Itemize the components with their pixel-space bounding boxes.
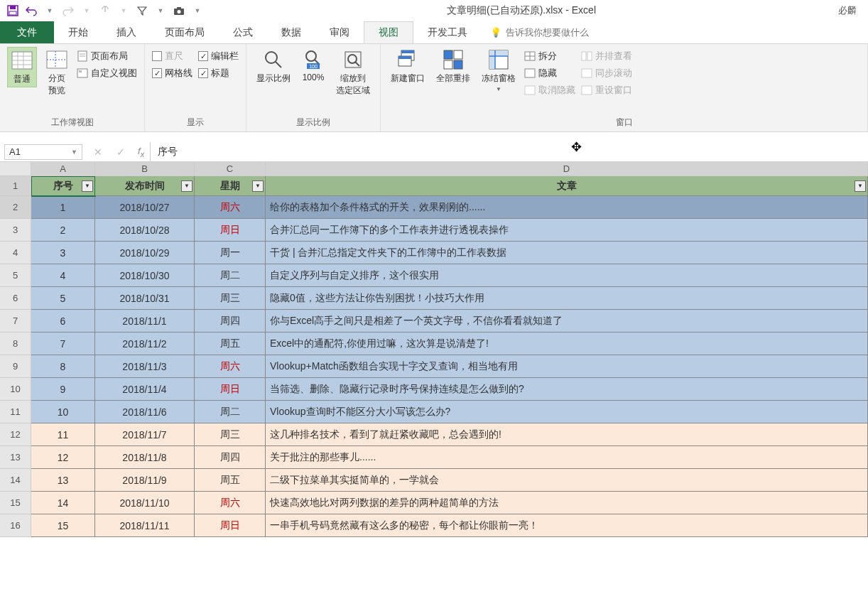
redo-dropdown-icon[interactable]: ▼: [80, 4, 94, 18]
camera-icon[interactable]: [172, 4, 186, 18]
tab-page-layout[interactable]: 页面布局: [151, 21, 219, 43]
cell[interactable]: 2: [31, 219, 95, 242]
cell[interactable]: 2018/10/29: [95, 242, 195, 264]
filter-button-B[interactable]: ▼: [181, 180, 192, 192]
name-box-dropdown-icon[interactable]: ▼: [71, 148, 77, 156]
cell[interactable]: 12: [31, 446, 95, 469]
col-header-D[interactable]: D: [266, 162, 868, 176]
filter-dropdown-icon[interactable]: ▼: [153, 4, 168, 18]
zoom-button[interactable]: 显示比例: [254, 47, 293, 86]
headings-checkbox[interactable]: 标题: [198, 67, 239, 80]
tab-insert[interactable]: 插入: [102, 21, 151, 43]
undo-icon[interactable]: [24, 4, 38, 18]
redo-icon[interactable]: [61, 4, 75, 18]
cell[interactable]: 2018/10/27: [95, 196, 195, 219]
col-header-A[interactable]: A: [31, 162, 95, 176]
row-header-15[interactable]: 15: [0, 492, 31, 514]
tab-review[interactable]: 审阅: [315, 21, 364, 43]
header-cell-article[interactable]: 文章▼: [266, 176, 868, 196]
row-header-16[interactable]: 16: [0, 514, 31, 537]
cell[interactable]: 周日: [195, 378, 266, 401]
tab-formulas[interactable]: 公式: [219, 21, 267, 43]
cell[interactable]: 2018/10/28: [95, 219, 195, 242]
cell[interactable]: 2018/11/2: [95, 333, 195, 355]
cell[interactable]: 3: [31, 242, 95, 264]
cell[interactable]: 4: [31, 264, 95, 287]
cell[interactable]: 周四: [195, 310, 266, 333]
row-header-5[interactable]: 5: [0, 264, 31, 287]
freeze-panes-button[interactable]: 冻结窗格 ▼: [479, 47, 519, 94]
cell[interactable]: 14: [31, 492, 95, 514]
cell[interactable]: 合并汇总同一工作簿下的多个工作表并进行透视表操作: [266, 219, 868, 242]
cell[interactable]: 15: [31, 514, 95, 537]
tab-view[interactable]: 视图: [364, 21, 413, 43]
cell[interactable]: Vlookup查询时不能区分大小写该怎么办?: [266, 401, 868, 423]
cell[interactable]: 周六: [195, 492, 266, 514]
zoom-100-button[interactable]: 100 100%: [299, 47, 327, 84]
row-header-11[interactable]: 11: [0, 401, 31, 423]
cell[interactable]: 你与Excel高手之间只是相差了一个英文字母，不信你看看就知道了: [266, 310, 868, 333]
tell-me-box[interactable]: 💡 告诉我你想要做什么: [482, 21, 597, 43]
select-all-corner[interactable]: [0, 162, 31, 176]
cell[interactable]: 2018/11/8: [95, 446, 195, 469]
hide-button[interactable]: 隐藏: [524, 67, 575, 80]
touch-dropdown-icon[interactable]: ▼: [116, 4, 131, 18]
formulabar-checkbox[interactable]: 编辑栏: [198, 50, 239, 63]
cell[interactable]: 周四: [195, 446, 266, 469]
filter-button-C[interactable]: ▼: [252, 180, 264, 192]
cell[interactable]: 2018/11/6: [95, 401, 195, 423]
cell[interactable]: 2018/11/4: [95, 378, 195, 401]
row-header-9[interactable]: 9: [0, 355, 31, 378]
row-header-2[interactable]: 2: [0, 196, 31, 219]
cell[interactable]: 一串手机号码竟然藏有这么多的秘密，每个都让你眼前一亮！: [266, 514, 868, 537]
split-button[interactable]: 拆分: [524, 50, 575, 63]
cell[interactable]: 7: [31, 333, 95, 355]
cell[interactable]: 1: [31, 196, 95, 219]
undo-dropdown-icon[interactable]: ▼: [43, 4, 57, 18]
header-cell-date[interactable]: 发布时间▼: [95, 176, 195, 196]
cell[interactable]: 11: [31, 423, 95, 446]
row-header-10[interactable]: 10: [0, 378, 31, 401]
col-header-B[interactable]: B: [95, 162, 195, 176]
name-box[interactable]: A1 ▼: [4, 144, 82, 160]
qat-customize-icon[interactable]: ▼: [190, 4, 205, 18]
cell[interactable]: 5: [31, 287, 95, 310]
cell[interactable]: 关于批注的那些事儿......: [266, 446, 868, 469]
page-layout-button[interactable]: 页面布局: [77, 50, 137, 63]
tab-home[interactable]: 开始: [54, 21, 102, 43]
new-window-button[interactable]: 新建窗口: [388, 47, 428, 86]
row-header-6[interactable]: 6: [0, 287, 31, 310]
cell[interactable]: 周三: [195, 423, 266, 446]
cell[interactable]: 周五: [195, 333, 266, 355]
row-header-12[interactable]: 12: [0, 423, 31, 446]
cell[interactable]: 10: [31, 401, 95, 423]
cell[interactable]: 9: [31, 378, 95, 401]
cell[interactable]: 2018/11/10: [95, 492, 195, 514]
cell[interactable]: 周二: [195, 401, 266, 423]
row-header-8[interactable]: 8: [0, 333, 31, 355]
row-header-3[interactable]: 3: [0, 219, 31, 242]
cell[interactable]: 2018/11/3: [95, 355, 195, 378]
cell[interactable]: 二级下拉菜单其实挺简单的，一学就会: [266, 469, 868, 492]
filter-button-D[interactable]: ▼: [855, 180, 866, 192]
cell[interactable]: 2018/11/11: [95, 514, 195, 537]
cell[interactable]: Excel中的通配符,你使用过嘛，这次算是说清楚了!: [266, 333, 868, 355]
arrange-all-button[interactable]: 全部重排: [433, 47, 473, 86]
cell[interactable]: 2018/10/30: [95, 264, 195, 287]
cell[interactable]: 13: [31, 469, 95, 492]
gridlines-checkbox[interactable]: 网格线: [152, 67, 192, 80]
cell[interactable]: 快速高效地比对两列数据的差异的两种超简单的方法: [266, 492, 868, 514]
row-header-13[interactable]: 13: [0, 446, 31, 469]
cell[interactable]: Vlookup+Match函数组合实现十字交叉查询，相当地有用: [266, 355, 868, 378]
cell[interactable]: 给你的表格加个条件格式的开关，效果刚刚的......: [266, 196, 868, 219]
grid-body[interactable]: 序号▼ 发布时间▼ 星期▼ 文章▼ 12018/10/27周六给你的表格加个条件…: [31, 176, 868, 537]
pagebreak-preview-button[interactable]: 分页 预览: [43, 47, 71, 98]
cell[interactable]: 周三: [195, 287, 266, 310]
formula-input[interactable]: 序号: [150, 142, 868, 161]
zoom-selection-button[interactable]: 缩放到 选定区域: [333, 47, 373, 98]
cell[interactable]: 周六: [195, 196, 266, 219]
cell[interactable]: 自定义序列与自定义排序，这个很实用: [266, 264, 868, 287]
tab-developer[interactable]: 开发工具: [413, 21, 482, 43]
cell[interactable]: 周日: [195, 219, 266, 242]
cell[interactable]: 8: [31, 355, 95, 378]
